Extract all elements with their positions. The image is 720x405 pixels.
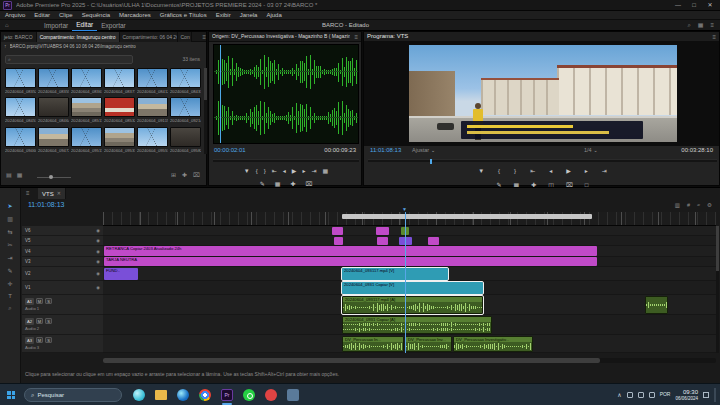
media-thumbnail[interactable]: 20240604_084640.mp4 (38, 97, 69, 124)
media-thumbnail[interactable]: 20240604_092141.mp4 (170, 97, 201, 124)
panel-menu-icon[interactable]: ≡ (712, 34, 716, 40)
teams-app-icon[interactable] (132, 388, 146, 402)
tool-button[interactable]: ⌕ (8, 305, 11, 312)
timeline-clip-audio-short[interactable] (645, 296, 668, 314)
transport-button[interactable]: ⇤ (530, 168, 535, 175)
panel-menu-icon[interactable]: ≡ (202, 34, 206, 40)
file-explorer-icon[interactable] (154, 388, 168, 402)
fit-dropdown[interactable]: Ajustar ⌄ (412, 147, 435, 153)
tab-bin-060426[interactable]: Compartimento: 06 04 26 (120, 32, 178, 42)
view-icon[interactable]: ▤ (6, 172, 12, 179)
media-thumbnail[interactable]: 20240604_085113.mp4 (71, 97, 102, 124)
tool-button[interactable]: T (8, 293, 12, 299)
track-visibility-icon[interactable]: ◉ (96, 228, 100, 233)
tool-button[interactable]: ✛ (7, 280, 12, 287)
chrome-browser-icon[interactable] (198, 388, 212, 402)
audio-patch[interactable]: A1 (25, 298, 34, 305)
timeline-clip-graphic[interactable] (377, 237, 388, 245)
transport-button[interactable]: ⇤ (272, 167, 277, 174)
program-scrub-bar[interactable] (368, 159, 717, 162)
transport-button[interactable]: } (514, 168, 516, 175)
timeline-clip-graphic[interactable] (332, 227, 343, 235)
tab-bin-cut[interactable]: Con (178, 32, 192, 42)
menu-item[interactable]: Arquivo (5, 12, 25, 18)
transport-button[interactable]: ▸ (302, 167, 305, 174)
media-thumbnail[interactable]: 20240604_083553.mp4 (38, 68, 69, 95)
media-thumbnail[interactable]: 20240604_083715.mp4 (104, 68, 135, 95)
search-input[interactable] (13, 57, 130, 63)
timeline-vscrollbar[interactable] (716, 226, 719, 353)
transport-button[interactable]: ▼ (478, 168, 484, 175)
menu-item[interactable]: Ajuda (266, 12, 281, 18)
timeline-clip-tarja[interactable]: TARJA NEUTRA (104, 257, 597, 266)
transport-button[interactable]: ▦ (323, 167, 329, 174)
workspace-icon[interactable]: ⌕ (687, 22, 690, 29)
transport-button[interactable]: ⇥ (311, 167, 316, 174)
solo-button[interactable]: S (45, 337, 52, 343)
source-monitor-tab[interactable]: Origem: DV_Percussao Investigativa - Mag… (212, 34, 350, 40)
transport-button[interactable]: { (498, 168, 500, 175)
network-icon[interactable] (627, 392, 633, 398)
tool-button[interactable]: ⇆ (7, 228, 12, 235)
timeline-clip-graphic[interactable] (334, 237, 343, 245)
media-thumbnail[interactable]: 20240604_095823.mp4 (170, 127, 201, 154)
menu-item[interactable]: Clipe (59, 12, 73, 18)
workspace-icon[interactable]: ≡ (710, 22, 714, 29)
transport-button[interactable]: ▼ (244, 168, 250, 174)
tool-button[interactable]: ⇥ (7, 254, 12, 261)
track-visibility-icon[interactable]: ◉ (96, 238, 100, 243)
tab-project-barco[interactable]: jeto: BARCO (1, 32, 37, 42)
menu-item[interactable]: Sequência (82, 12, 110, 18)
source-playhead[interactable] (220, 45, 221, 143)
tab-exportar[interactable]: Exportar (97, 21, 130, 31)
program-timecode[interactable]: 11:01:08:13 (370, 147, 401, 154)
tool-button[interactable]: ✎ (7, 267, 12, 274)
transport-button[interactable]: ◂ (283, 167, 286, 174)
track-header-v3[interactable]: V3◉ (22, 257, 103, 267)
track-visibility-icon[interactable]: ◉ (96, 259, 100, 264)
track-header-v6[interactable]: V6◉ (22, 226, 103, 236)
project-action-icon[interactable]: ✚ (182, 172, 187, 179)
tray-chevron-icon[interactable]: ∧ (617, 392, 621, 399)
track-visibility-icon[interactable]: ◉ (96, 249, 100, 254)
program-video-frame[interactable] (409, 45, 677, 142)
menu-item[interactable]: Editar (34, 12, 50, 18)
project-search[interactable]: ⌕ (5, 55, 133, 64)
timeline-clip-graphic[interactable] (376, 227, 389, 235)
transport-button[interactable]: ▸ (585, 168, 588, 175)
timeline-option-icon[interactable]: # (687, 202, 690, 208)
menu-item[interactable]: Janela (240, 12, 258, 18)
start-button[interactable] (7, 391, 15, 399)
tab-editar[interactable]: Editar (72, 20, 97, 32)
track-header-a3[interactable]: A3 M S Audio 3 (22, 335, 103, 353)
track-header-v1[interactable]: V1◉ (22, 281, 103, 295)
notification-center-icon[interactable] (703, 392, 709, 398)
navigate-up-icon[interactable]: ↑ (4, 44, 7, 50)
premiere-app-icon[interactable]: Pr (220, 388, 234, 402)
audio-patch[interactable]: A3 (25, 337, 34, 344)
media-thumbnail[interactable]: 20240604_083612.mp4 (71, 68, 102, 95)
media-thumbnail[interactable]: 20240604_084512.mp4 (5, 97, 36, 124)
transport-button[interactable]: ▶ (292, 167, 297, 174)
mute-button[interactable]: M (36, 318, 43, 324)
mute-button[interactable]: M (36, 337, 43, 343)
language-indicator[interactable]: POR (660, 392, 671, 398)
media-thumbnail[interactable]: 20240604_095331.mp4 (104, 127, 135, 154)
project-action-icon[interactable]: ⊞ (171, 172, 176, 179)
source-timecode[interactable]: 00:00:02:01 (214, 147, 246, 154)
timeline-clip-percussao-2[interactable]: DV_Percussao Inv... (405, 336, 452, 352)
timeline-option-icon[interactable]: ⚙ (707, 202, 712, 208)
transport-button[interactable]: } (264, 168, 266, 174)
whatsapp-icon[interactable] (242, 388, 256, 402)
timeline-clip-percussao-1[interactable]: DV_Percussao In... (342, 336, 404, 352)
transport-button[interactable]: ⇥ (602, 168, 607, 175)
taskbar-search[interactable]: ⌕ Pesquisar (24, 388, 122, 402)
transport-button[interactable]: ◂ (549, 168, 552, 175)
sequence-tab-close-icon[interactable]: ✕ (57, 191, 61, 197)
maximize-button[interactable]: □ (686, 0, 702, 11)
home-icon[interactable]: ⌂ (5, 22, 9, 29)
source-waveform-display[interactable] (213, 44, 359, 144)
timeline-clip-graphic[interactable] (428, 237, 439, 245)
project-scrollbar[interactable] (204, 68, 207, 154)
minimize-button[interactable]: — (670, 0, 686, 11)
